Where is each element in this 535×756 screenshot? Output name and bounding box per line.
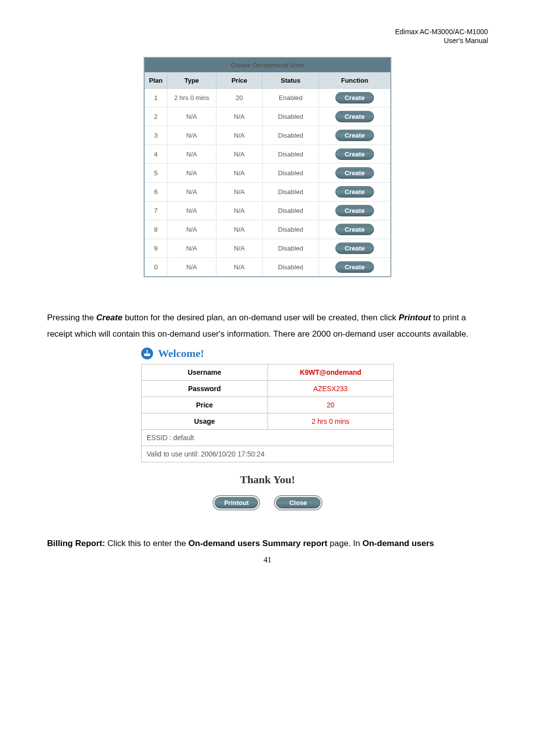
cell-plan: 9 bbox=[144, 239, 167, 258]
cell-price: N/A bbox=[216, 145, 263, 164]
table-row: 12 hrs 0 mins20EnabledCreate bbox=[144, 89, 391, 107]
cell-type: N/A bbox=[167, 202, 216, 220]
cell-function: Create bbox=[319, 239, 391, 258]
printout-button-wrap[interactable]: Printout bbox=[213, 495, 260, 510]
close-button-wrap[interactable]: Close bbox=[274, 495, 322, 510]
table-row: 4N/AN/ADisabledCreate bbox=[144, 145, 391, 164]
close-button[interactable]: Close bbox=[276, 497, 320, 508]
cell-type: N/A bbox=[167, 164, 216, 183]
welcome-title-row: Welcome! bbox=[141, 347, 394, 360]
cell-status: Disabled bbox=[263, 164, 319, 183]
cell-price: 20 bbox=[216, 89, 263, 107]
cell-function: Create bbox=[319, 107, 391, 126]
create-button[interactable]: Create bbox=[335, 149, 374, 160]
create-button[interactable]: Create bbox=[335, 224, 374, 235]
create-button[interactable]: Create bbox=[335, 130, 374, 141]
cell-plan: 8 bbox=[144, 220, 167, 239]
paragraph-billing: Billing Report: Click this to enter the … bbox=[47, 535, 488, 552]
cell-type: N/A bbox=[167, 107, 216, 126]
cell-plan: 7 bbox=[144, 202, 167, 220]
cell-type: N/A bbox=[167, 258, 216, 277]
price-value: 20 bbox=[268, 397, 394, 413]
cell-price: N/A bbox=[216, 126, 263, 145]
receipt-buttons: Printout Close bbox=[141, 495, 394, 510]
cell-status: Disabled bbox=[263, 202, 319, 220]
usage-value: 2 hrs 0 mins bbox=[268, 413, 394, 430]
receipt-icon bbox=[141, 348, 153, 359]
manual-page: Edimax AC-M3000/AC-M1000 User's Manual C… bbox=[0, 0, 535, 584]
cell-function: Create bbox=[319, 183, 391, 202]
col-status: Status bbox=[263, 73, 319, 89]
table-row: 3N/AN/ADisabledCreate bbox=[144, 126, 391, 145]
table-row: 5N/AN/ADisabledCreate bbox=[144, 164, 391, 183]
cell-type: 2 hrs 0 mins bbox=[167, 89, 216, 107]
table-row: 6N/AN/ADisabledCreate bbox=[144, 183, 391, 202]
create-button[interactable]: Create bbox=[335, 205, 374, 216]
receipt-table: Username K9WT@ondemand Password AZESX233… bbox=[141, 364, 394, 462]
cell-function: Create bbox=[319, 202, 391, 220]
cell-price: N/A bbox=[216, 220, 263, 239]
cell-plan: 3 bbox=[144, 126, 167, 145]
table-row: 9N/AN/ADisabledCreate bbox=[144, 239, 391, 258]
cell-status: Disabled bbox=[263, 258, 319, 277]
cell-price: N/A bbox=[216, 258, 263, 277]
password-value: AZESX233 bbox=[268, 381, 394, 397]
create-button[interactable]: Create bbox=[335, 243, 374, 254]
cell-status: Disabled bbox=[263, 183, 319, 202]
price-label: Price bbox=[142, 397, 268, 413]
cell-plan: 6 bbox=[144, 183, 167, 202]
usage-label: Usage bbox=[142, 413, 268, 430]
username-label: Username bbox=[142, 364, 268, 381]
printout-button[interactable]: Printout bbox=[214, 497, 258, 508]
table-row: 8N/AN/ADisabledCreate bbox=[144, 220, 391, 239]
cell-type: N/A bbox=[167, 239, 216, 258]
col-price: Price bbox=[216, 73, 263, 89]
thank-you: Thank You! bbox=[141, 473, 394, 486]
welcome-title: Welcome! bbox=[158, 347, 204, 360]
cell-type: N/A bbox=[167, 220, 216, 239]
cell-type: N/A bbox=[167, 145, 216, 164]
cell-type: N/A bbox=[167, 126, 216, 145]
create-button[interactable]: Create bbox=[335, 186, 374, 198]
cell-price: N/A bbox=[216, 183, 263, 202]
cell-function: Create bbox=[319, 126, 391, 145]
cell-status: Disabled bbox=[263, 126, 319, 145]
cell-status: Disabled bbox=[263, 239, 319, 258]
ondemand-section: Create On-demand User Plan Type Price St… bbox=[47, 57, 488, 277]
create-button[interactable]: Create bbox=[335, 92, 374, 103]
page-number: 41 bbox=[47, 555, 488, 564]
create-button[interactable]: Create bbox=[335, 111, 374, 122]
cell-function: Create bbox=[319, 164, 391, 183]
cell-status: Disabled bbox=[263, 145, 319, 164]
cell-price: N/A bbox=[216, 164, 263, 183]
table-title: Create On-demand User bbox=[144, 57, 391, 73]
cell-status: Enabled bbox=[263, 89, 319, 107]
cell-function: Create bbox=[319, 145, 391, 164]
paragraph-create: Pressing the Create button for the desir… bbox=[47, 309, 488, 342]
col-function: Function bbox=[319, 73, 391, 89]
col-plan: Plan bbox=[144, 73, 167, 89]
cell-function: Create bbox=[319, 258, 391, 277]
password-label: Password bbox=[142, 381, 268, 397]
cell-type: N/A bbox=[167, 183, 216, 202]
cell-price: N/A bbox=[216, 239, 263, 258]
device-model: Edimax AC-M3000/AC-M1000 bbox=[395, 27, 488, 36]
cell-price: N/A bbox=[216, 107, 263, 126]
cell-function: Create bbox=[319, 89, 391, 107]
valid-row: Valid to use until: 2006/10/20 17:50:24 bbox=[142, 446, 394, 462]
cell-plan: 0 bbox=[144, 258, 167, 277]
cell-plan: 5 bbox=[144, 164, 167, 183]
essid-row: ESSID : default bbox=[142, 430, 394, 446]
welcome-receipt: Welcome! Username K9WT@ondemand Password… bbox=[47, 347, 488, 515]
cell-plan: 1 bbox=[144, 89, 167, 107]
create-button[interactable]: Create bbox=[335, 167, 374, 179]
cell-price: N/A bbox=[216, 202, 263, 220]
doc-title: User's Manual bbox=[395, 36, 488, 45]
cell-function: Create bbox=[319, 220, 391, 239]
create-button[interactable]: Create bbox=[335, 261, 374, 273]
table-row: 0N/AN/ADisabledCreate bbox=[144, 258, 391, 277]
page-header: Edimax AC-M3000/AC-M1000 User's Manual bbox=[395, 27, 488, 45]
table-row: 2N/AN/ADisabledCreate bbox=[144, 107, 391, 126]
cell-plan: 4 bbox=[144, 145, 167, 164]
table-row: 7N/AN/ADisabledCreate bbox=[144, 202, 391, 220]
